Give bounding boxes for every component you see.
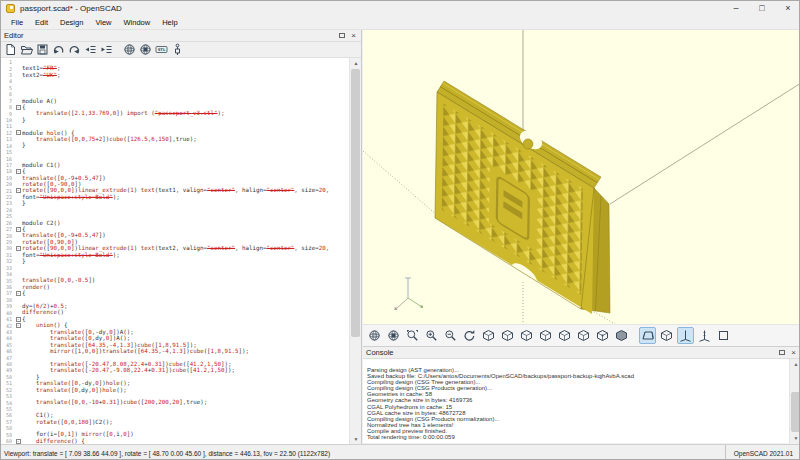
send-to-printer-icon[interactable] <box>170 43 185 57</box>
show-crosshairs-icon[interactable] <box>715 327 732 344</box>
maximize-button[interactable]: □ <box>749 1 775 16</box>
indent-icon[interactable] <box>99 43 114 57</box>
line-number: 50 <box>1 374 14 380</box>
openscad-window: passport.scad* - OpenSCAD – □ × FileEdit… <box>0 0 800 460</box>
line-number: 33 <box>1 265 14 271</box>
console-scrollbar[interactable]: ▲ ▼ <box>789 359 800 443</box>
line-number: 54 <box>1 400 14 406</box>
fold-margin: - <box>14 323 22 328</box>
fold-margin: - <box>14 169 22 174</box>
line-number: 4 <box>1 78 14 84</box>
scroll-up-icon[interactable]: ▲ <box>790 359 800 369</box>
line-number: 34 <box>1 271 14 277</box>
fold-marker-icon[interactable]: - <box>16 317 21 322</box>
reset-view-icon[interactable] <box>461 327 478 344</box>
scrollbar-thumb[interactable] <box>791 392 800 432</box>
minimize-button[interactable]: – <box>723 1 749 16</box>
save-file-icon[interactable] <box>35 43 50 57</box>
editor-float-icon[interactable] <box>339 33 345 38</box>
render-icon[interactable] <box>138 43 153 57</box>
console-pane: Console × Parsing design (AST generation… <box>363 346 800 443</box>
fold-marker-icon[interactable]: - <box>16 246 21 251</box>
zoom-in-icon[interactable] <box>423 327 440 344</box>
zoom-out-icon[interactable] <box>442 327 459 344</box>
zoom-all-icon[interactable] <box>404 327 421 344</box>
editor-title: Editor <box>4 31 24 40</box>
close-button[interactable]: × <box>775 1 800 16</box>
line-number: 19 <box>1 175 14 181</box>
fold-marker-icon[interactable]: - <box>16 130 21 135</box>
line-number: 38 <box>1 297 14 303</box>
fold-margin: - <box>14 227 22 232</box>
line-number: 44 <box>1 335 14 341</box>
view-front-icon[interactable] <box>556 327 573 344</box>
menu-item[interactable]: Edit <box>29 16 54 29</box>
title-bar: passport.scad* - OpenSCAD – □ × <box>1 1 800 16</box>
menu-item[interactable]: Help <box>156 16 183 29</box>
show-scale-markers-icon[interactable] <box>696 327 713 344</box>
line-number: 1 <box>1 59 14 65</box>
render-icon[interactable] <box>385 327 402 344</box>
code-text: text2="UK"; <box>22 72 60 78</box>
menu-item[interactable]: View <box>89 16 117 29</box>
line-number: 15 <box>1 149 14 155</box>
view-bottom-icon[interactable] <box>518 327 535 344</box>
fold-marker-icon[interactable]: - <box>16 188 21 193</box>
scroll-down-icon[interactable]: ▼ <box>350 434 361 444</box>
svg-text:3D: 3D <box>127 47 133 52</box>
line-number: 2 <box>1 66 14 72</box>
show-axes-icon[interactable] <box>677 327 694 344</box>
perspective-icon[interactable] <box>639 327 656 344</box>
export-stl-icon[interactable]: STL <box>154 43 169 57</box>
view-left-icon[interactable] <box>537 327 554 344</box>
line-number: 5 <box>1 85 14 91</box>
view-back-icon[interactable] <box>575 327 592 344</box>
fold-margin: - <box>14 188 22 193</box>
scroll-up-icon[interactable]: ▲ <box>350 58 361 68</box>
code-text: module C1() <box>22 162 60 168</box>
openscad-logo-icon <box>6 4 15 13</box>
console-float-icon[interactable] <box>779 350 785 355</box>
line-number: 10 <box>1 117 14 123</box>
line-number: 43 <box>1 329 14 335</box>
fold-marker-icon[interactable]: - <box>16 227 21 232</box>
fold-marker-icon[interactable]: - <box>16 323 21 328</box>
line-number: 23 <box>1 200 14 206</box>
line-number: 53 <box>1 393 14 399</box>
line-number: 8 <box>1 104 14 110</box>
code-text: font="Unispace:style=Bold"); <box>22 252 120 258</box>
preview-icon[interactable]: 3D <box>122 43 137 57</box>
fold-marker-icon[interactable]: - <box>16 291 21 296</box>
preview-icon[interactable]: 3D <box>366 327 383 344</box>
view-right-icon[interactable] <box>480 327 497 344</box>
editor-scrollbar[interactable]: ▲ ▼ <box>349 58 361 444</box>
scroll-down-icon[interactable]: ▼ <box>790 433 800 443</box>
line-number: 31 <box>1 252 14 258</box>
new-file-icon[interactable] <box>3 43 18 57</box>
unindent-icon[interactable] <box>83 43 98 57</box>
view-top-icon[interactable] <box>499 327 516 344</box>
code-text: translate([0,0,-10+0.31])cube([200,200,2… <box>22 399 207 405</box>
undo-icon[interactable] <box>51 43 66 57</box>
line-number: 12 <box>1 130 14 136</box>
fold-marker-icon[interactable]: - <box>16 439 21 444</box>
console-close-icon[interactable]: × <box>791 350 796 356</box>
fold-marker-icon[interactable]: - <box>16 169 21 174</box>
code-editor[interactable]: 12text1="FR";3text2="UK";4567module A()8… <box>1 58 361 444</box>
menu-item[interactable]: Window <box>118 16 157 29</box>
scrollbar-thumb[interactable] <box>351 69 360 337</box>
menu-item[interactable]: File <box>5 16 29 29</box>
svg-text:3D: 3D <box>372 333 378 338</box>
orthogonal-icon[interactable] <box>658 327 675 344</box>
3d-viewport[interactable] <box>363 30 800 324</box>
fold-marker-icon[interactable]: - <box>16 105 21 110</box>
window-title: passport.scad* - OpenSCAD <box>20 4 122 13</box>
code-text: } <box>22 117 26 123</box>
view-diagonal-icon[interactable] <box>594 327 611 344</box>
editor-close-icon[interactable]: × <box>351 33 356 39</box>
redo-icon[interactable] <box>67 43 82 57</box>
view-center-icon[interactable] <box>613 327 630 344</box>
menu-item[interactable]: Design <box>54 16 89 29</box>
fold-margin: - <box>14 105 22 110</box>
open-file-icon[interactable] <box>19 43 34 57</box>
